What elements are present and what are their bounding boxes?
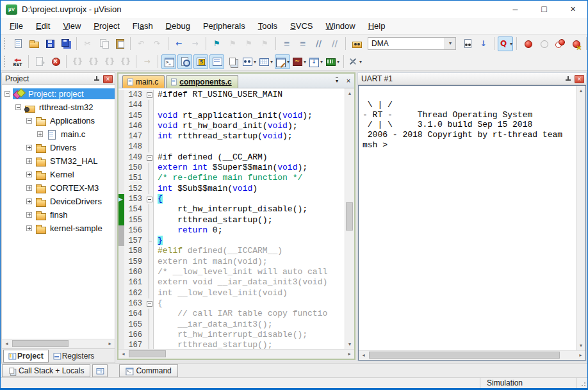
show-next-statement-button[interactable]: →	[140, 54, 154, 69]
tree-item-kernel[interactable]: Kernel	[2, 168, 115, 181]
resize-grip[interactable]	[576, 378, 587, 388]
collapse-icon[interactable]	[26, 118, 32, 124]
tree-item-cortex-m3[interactable]: CORTEX-M3	[2, 181, 115, 195]
uart-output[interactable]: \ | / - RT - Thread Operating System / |…	[359, 86, 576, 350]
editor-vertical-scrollbar[interactable]: ▴ ▾	[345, 88, 354, 349]
uncomment-selection-button[interactable]: //	[327, 37, 342, 51]
toolbar-grip[interactable]	[4, 38, 6, 49]
document-list-button[interactable]: ▾	[331, 75, 343, 86]
expand-icon[interactable]	[26, 225, 32, 231]
scrollbar-thumb[interactable]	[12, 340, 69, 347]
code-line-147[interactable]: 147int rtthread_startup(void);	[118, 131, 345, 142]
scrollbar-thumb[interactable]	[129, 350, 166, 357]
save-all-button[interactable]	[58, 37, 73, 51]
code-line-166[interactable]: 166 rt_hw_interrupt_disable();	[118, 330, 345, 340]
highlight-search-button[interactable]: Q▾	[498, 37, 513, 51]
run-to-cursor-button[interactable]: {}	[118, 54, 133, 69]
code-line-152[interactable]: 152int $Sub$$main(void)	[118, 184, 345, 194]
copy-button[interactable]	[96, 37, 111, 51]
menu-edit[interactable]: Edit	[29, 19, 56, 33]
document-close-button[interactable]: ×	[343, 75, 354, 86]
menu-view[interactable]: View	[56, 19, 87, 33]
code-line-158[interactable]: 158#elif defined(__ICCARM__)	[118, 246, 345, 256]
tab-project[interactable]: Project	[3, 350, 49, 362]
project-horizontal-scrollbar[interactable]: ◂ ▸	[2, 339, 115, 348]
scroll-left-arrow-icon[interactable]: ◂	[359, 351, 368, 360]
close-button[interactable]: ×	[559, 1, 587, 18]
tree-item-drivers[interactable]: Drivers	[2, 141, 115, 154]
expand-icon[interactable]	[26, 158, 32, 164]
fold-collapse-icon[interactable]	[145, 298, 154, 309]
menu-svcs[interactable]: SVCS	[284, 19, 319, 33]
menu-tools[interactable]: Tools	[252, 19, 284, 33]
find-combo-box[interactable]: DMA▾	[368, 37, 456, 50]
scroll-up-arrow-icon[interactable]: ▴	[345, 88, 354, 98]
menu-file[interactable]: File	[3, 19, 29, 33]
menu-help[interactable]: Help	[362, 19, 392, 33]
tab-command[interactable]: Command	[119, 364, 177, 377]
tree-item-kernel-sample[interactable]: kernel-sample	[2, 222, 115, 235]
code-line-149[interactable]: 149#if defined (__CC_ARM)	[118, 152, 345, 163]
analysis-window-button[interactable]: ▾	[291, 54, 307, 69]
toolbar-grip[interactable]	[4, 56, 6, 67]
disassembly-window-button[interactable]	[177, 54, 192, 69]
scroll-right-arrow-icon[interactable]: ▸	[576, 351, 585, 360]
tree-item-stm32-hal[interactable]: STM32_HAL	[2, 154, 115, 168]
debug-settings-button[interactable]: ▾	[347, 54, 363, 69]
new-file-button[interactable]	[10, 37, 25, 51]
code-line-144[interactable]: 144	[118, 100, 345, 110]
disable-breakpoint-button[interactable]	[536, 37, 551, 51]
serial-window-button[interactable]: ▾	[275, 54, 290, 69]
expand-icon[interactable]	[26, 172, 32, 177]
incremental-find-button[interactable]: ↓	[476, 37, 491, 51]
collapse-icon[interactable]	[4, 91, 10, 97]
tab-components-c[interactable]: components.c	[166, 75, 238, 88]
stop-button[interactable]	[48, 54, 63, 69]
menu-window[interactable]: Window	[319, 19, 361, 33]
menu-peripherals[interactable]: Peripherals	[197, 19, 252, 33]
code-line-164[interactable]: 164 // call IAR table copy functio	[118, 309, 345, 319]
scroll-down-arrow-icon[interactable]: ▾	[576, 341, 585, 350]
code-line-163[interactable]: 163{	[118, 298, 345, 309]
bookmark-previous-button[interactable]: ⚑	[225, 37, 240, 51]
code-line-153[interactable]: 153{	[118, 194, 345, 204]
menu-flash[interactable]: Flash	[126, 19, 159, 33]
memory-window-button[interactable]: ▾	[258, 54, 274, 69]
navigate-back-button[interactable]: ←	[172, 37, 186, 51]
fold-collapse-icon[interactable]	[145, 194, 154, 204]
scrollbar-thumb[interactable]	[369, 352, 560, 359]
code-line-150[interactable]: 150extern int $Super$$main(void);	[118, 163, 345, 173]
tree-item-applications[interactable]: Applications	[2, 114, 115, 127]
bookmark-next-button[interactable]: ⚑	[241, 37, 256, 51]
maximize-button[interactable]: □	[530, 1, 559, 18]
command-window-button[interactable]	[161, 54, 176, 69]
expand-icon[interactable]	[26, 199, 32, 204]
expand-icon[interactable]	[37, 131, 43, 137]
code-line-162[interactable]: 162int __low_level_init(void)	[118, 288, 345, 298]
outdent-button[interactable]: ≡	[295, 37, 310, 51]
project-panel-close-icon[interactable]: ×	[103, 75, 113, 83]
save-button[interactable]	[42, 37, 57, 51]
code-line-154[interactable]: 154 rt_hw_interrupt_disable();	[118, 204, 345, 215]
fold-collapse-icon[interactable]	[145, 90, 154, 100]
tab-call-stack-locals[interactable]: Call Stack + Locals	[2, 364, 90, 377]
symbol-window-button[interactable]	[193, 54, 208, 69]
pin-icon[interactable]	[94, 76, 100, 83]
step-into-button[interactable]: {}	[70, 54, 85, 69]
reset-cpu-button[interactable]: RST	[10, 54, 25, 69]
tree-item-project-project[interactable]: Project: project	[2, 87, 115, 101]
uart-panel-close-icon[interactable]: ×	[575, 75, 584, 83]
redo-button[interactable]: ↷	[150, 37, 165, 51]
navigate-forward-button[interactable]: →	[188, 37, 202, 51]
code-line-161[interactable]: 161extern void __iar_data_init3(void)	[118, 277, 345, 288]
scrollbar-thumb[interactable]	[346, 202, 353, 231]
find-in-files-button[interactable]	[460, 37, 475, 51]
collapse-icon[interactable]	[15, 104, 21, 110]
code-line-155[interactable]: 155 rtthread_startup();	[118, 215, 345, 225]
find-combo-dropdown-icon[interactable]: ▾	[445, 38, 455, 49]
scroll-right-arrow-icon[interactable]: ▸	[345, 350, 354, 359]
tree-item-main-c[interactable]: main.c	[2, 127, 115, 141]
expand-icon[interactable]	[26, 145, 32, 150]
pin-icon[interactable]	[565, 76, 571, 83]
tree-item-devicedrivers[interactable]: DeviceDrivers	[2, 195, 115, 208]
